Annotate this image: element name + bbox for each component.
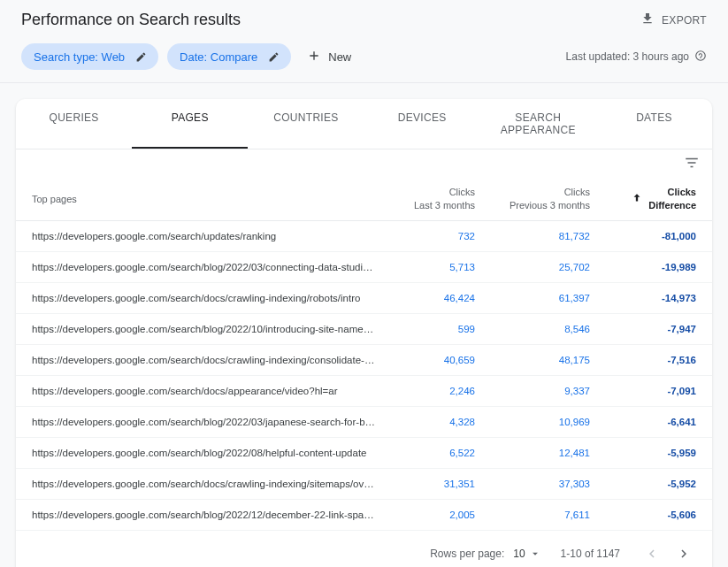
- chevron-down-icon: [529, 548, 541, 560]
- filter-icon[interactable]: [684, 155, 700, 173]
- pencil-icon: [132, 48, 149, 65]
- prev-page-button[interactable]: [640, 541, 664, 566]
- tab-dates[interactable]: DATES: [596, 99, 712, 149]
- table-row[interactable]: https://developers.google.com/search/blo…: [16, 438, 712, 469]
- table-row[interactable]: https://developers.google.com/search/upd…: [16, 221, 712, 252]
- page-url[interactable]: https://developers.google.com/search/doc…: [32, 293, 378, 303]
- page-url[interactable]: https://developers.google.com/search/blo…: [32, 448, 378, 458]
- page-url[interactable]: https://developers.google.com/search/blo…: [32, 417, 378, 427]
- tab-countries[interactable]: COUNTRIES: [248, 99, 364, 149]
- clicks-prev[interactable]: 9,337: [475, 386, 590, 396]
- clicks-diff: -7,516: [590, 355, 696, 365]
- table-row[interactable]: https://developers.google.com/search/doc…: [16, 469, 712, 500]
- download-icon: [640, 11, 655, 28]
- clicks-last[interactable]: 46,424: [378, 293, 475, 303]
- page-url[interactable]: https://developers.google.com/search/doc…: [32, 479, 378, 489]
- clicks-prev[interactable]: 10,969: [475, 417, 590, 427]
- clicks-prev[interactable]: 7,611: [475, 510, 590, 520]
- clicks-last[interactable]: 2,246: [378, 386, 475, 396]
- chip-date-label: Date: Compare: [180, 50, 257, 64]
- col-clicks-prev-l2: Previous 3 months: [475, 199, 590, 211]
- clicks-last[interactable]: 4,328: [378, 417, 475, 427]
- next-page-button[interactable]: [671, 541, 696, 566]
- tabs: QUERIESPAGESCOUNTRIESDEVICESSEARCH APPEA…: [16, 99, 712, 149]
- clicks-last[interactable]: 40,659: [378, 355, 475, 365]
- clicks-last[interactable]: 2,005: [378, 510, 475, 520]
- col-clicks-last[interactable]: Clicks Last 3 months: [378, 186, 475, 211]
- chip-search-type-label: Search type: Web: [34, 50, 125, 64]
- clicks-last[interactable]: 732: [378, 231, 475, 241]
- clicks-prev[interactable]: 8,546: [475, 324, 590, 334]
- clicks-prev[interactable]: 48,175: [475, 355, 590, 365]
- page-url[interactable]: https://developers.google.com/search/blo…: [32, 510, 378, 520]
- page-url[interactable]: https://developers.google.com/search/blo…: [32, 262, 378, 272]
- col-clicks-last-l2: Last 3 months: [378, 199, 475, 211]
- clicks-diff: -7,947: [590, 324, 696, 334]
- new-filter-button[interactable]: New: [300, 45, 358, 69]
- col-diff-l2: Difference: [648, 199, 696, 211]
- pagination-range: 1-10 of 1147: [561, 548, 620, 560]
- page-url[interactable]: https://developers.google.com/search/doc…: [32, 386, 378, 396]
- col-clicks-last-l1: Clicks: [378, 186, 475, 198]
- clicks-diff: -19,989: [590, 262, 696, 272]
- tab-search-appearance[interactable]: SEARCH APPEARANCE: [480, 99, 596, 149]
- chevron-left-icon: [644, 546, 660, 562]
- rows-per-page-select[interactable]: 10: [513, 548, 540, 560]
- clicks-diff: -5,959: [590, 448, 696, 458]
- pagination: Rows per page: 10 1-10 of 1147: [16, 531, 712, 567]
- table-header: Top pages Clicks Last 3 months Clicks Pr…: [16, 177, 712, 221]
- table-row[interactable]: https://developers.google.com/search/blo…: [16, 314, 712, 345]
- chip-search-type[interactable]: Search type: Web: [21, 43, 158, 70]
- chip-date[interactable]: Date: Compare: [167, 43, 291, 70]
- table-body: https://developers.google.com/search/upd…: [16, 221, 712, 531]
- tab-devices[interactable]: DEVICES: [364, 99, 480, 149]
- col-clicks-prev-l1: Clicks: [475, 186, 590, 198]
- new-filter-label: New: [328, 50, 351, 64]
- help-icon[interactable]: [694, 50, 707, 65]
- table-row[interactable]: https://developers.google.com/search/doc…: [16, 376, 712, 407]
- clicks-last[interactable]: 5,713: [378, 262, 475, 272]
- clicks-last[interactable]: 31,351: [378, 479, 475, 489]
- table-row[interactable]: https://developers.google.com/search/blo…: [16, 252, 712, 283]
- clicks-diff: -5,606: [590, 510, 696, 520]
- last-updated: Last updated: 3 hours ago: [566, 50, 707, 65]
- export-label: EXPORT: [662, 14, 707, 27]
- table-row[interactable]: https://developers.google.com/search/doc…: [16, 283, 712, 314]
- clicks-prev[interactable]: 61,397: [475, 293, 590, 303]
- last-updated-text: Last updated: 3 hours ago: [566, 50, 689, 63]
- chevron-right-icon: [676, 546, 692, 562]
- export-button[interactable]: EXPORT: [640, 11, 707, 28]
- tab-queries[interactable]: QUERIES: [16, 99, 132, 149]
- page-url[interactable]: https://developers.google.com/search/blo…: [32, 324, 378, 334]
- clicks-prev[interactable]: 37,303: [475, 479, 590, 489]
- col-diff-l1: Clicks: [648, 186, 696, 198]
- clicks-diff: -5,952: [590, 479, 696, 489]
- clicks-last[interactable]: 6,522: [378, 448, 475, 458]
- clicks-diff: -6,641: [590, 417, 696, 427]
- tab-pages[interactable]: PAGES: [132, 99, 248, 149]
- rows-per-page-label: Rows per page:: [430, 548, 504, 560]
- page-title: Performance on Search results: [21, 11, 241, 29]
- table-row[interactable]: https://developers.google.com/search/doc…: [16, 345, 712, 376]
- col-top-pages[interactable]: Top pages: [32, 194, 378, 204]
- clicks-prev[interactable]: 12,481: [475, 448, 590, 458]
- clicks-prev[interactable]: 81,732: [475, 231, 590, 241]
- page-url[interactable]: https://developers.google.com/search/upd…: [32, 231, 378, 241]
- table-row[interactable]: https://developers.google.com/search/blo…: [16, 500, 712, 531]
- col-clicks-diff[interactable]: Clicks Difference: [590, 186, 696, 211]
- clicks-diff: -7,091: [590, 386, 696, 396]
- clicks-diff: -81,000: [590, 231, 696, 241]
- clicks-prev[interactable]: 25,702: [475, 262, 590, 272]
- clicks-last[interactable]: 599: [378, 324, 475, 334]
- col-clicks-prev[interactable]: Clicks Previous 3 months: [475, 186, 590, 211]
- pencil-icon: [264, 48, 282, 65]
- sort-asc-icon: [631, 192, 643, 206]
- results-card: QUERIESPAGESCOUNTRIESDEVICESSEARCH APPEA…: [16, 99, 712, 567]
- page-url[interactable]: https://developers.google.com/search/doc…: [32, 355, 378, 365]
- plus-icon: [307, 49, 321, 65]
- clicks-diff: -14,973: [590, 293, 696, 303]
- table-row[interactable]: https://developers.google.com/search/blo…: [16, 407, 712, 438]
- rows-per-page-value: 10: [513, 548, 525, 560]
